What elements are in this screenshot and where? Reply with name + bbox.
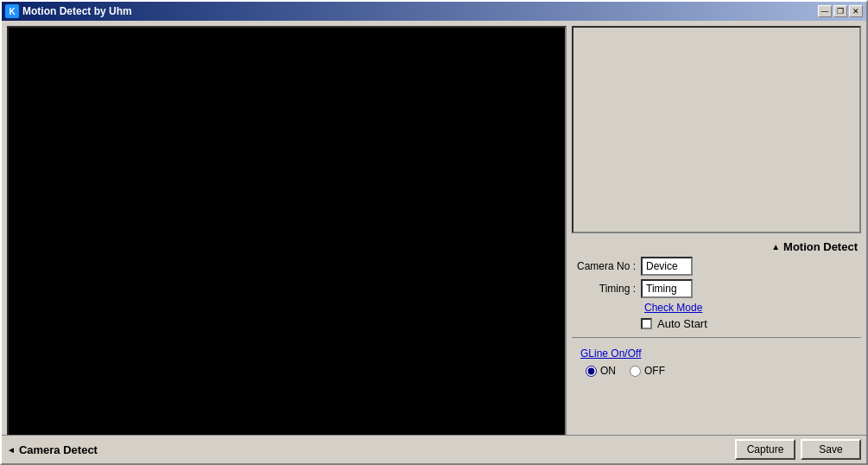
camera-no-label: Camera No : bbox=[575, 260, 636, 272]
radio-off-label: OFF bbox=[644, 365, 665, 377]
gline-link[interactable]: GLine On/Off bbox=[572, 347, 641, 360]
bottom-bar: ◄ Camera Detect Capture Save bbox=[2, 435, 866, 463]
window-title: Motion Detect by Uhm bbox=[22, 5, 132, 17]
check-mode-link[interactable]: Check Mode bbox=[641, 302, 702, 314]
close-button[interactable]: ✕ bbox=[849, 5, 863, 17]
right-panel: ▲ Motion Detect Camera No : Timing : Che… bbox=[572, 26, 861, 430]
radio-on-input[interactable] bbox=[586, 366, 597, 377]
radio-row: ON OFF bbox=[572, 365, 861, 377]
window-body: ▲ Motion Detect Camera No : Timing : Che… bbox=[2, 21, 866, 435]
auto-start-label: Auto Start bbox=[657, 317, 707, 330]
capture-button[interactable]: Capture bbox=[735, 439, 795, 460]
gline-divider bbox=[572, 337, 861, 338]
motion-detect-label: Motion Detect bbox=[783, 240, 858, 253]
radio-on-option: ON bbox=[586, 365, 616, 377]
title-bar: K Motion Detect by Uhm — ❐ ✕ bbox=[2, 2, 866, 21]
auto-start-checkbox[interactable] bbox=[641, 318, 652, 329]
radio-on-label: ON bbox=[600, 365, 616, 377]
title-bar-left: K Motion Detect by Uhm bbox=[5, 4, 132, 18]
camera-detect-text: Camera Detect bbox=[19, 443, 98, 456]
motion-detect-triangle-icon: ▲ bbox=[771, 242, 780, 252]
title-bar-controls: — ❐ ✕ bbox=[818, 5, 863, 17]
camera-detect-triangle-icon: ◄ bbox=[7, 445, 16, 455]
app-icon: K bbox=[5, 4, 19, 18]
radio-off-input[interactable] bbox=[630, 366, 641, 377]
restore-button[interactable]: ❐ bbox=[833, 5, 847, 17]
main-video-display bbox=[7, 26, 567, 435]
bottom-buttons: Capture Save bbox=[735, 439, 861, 460]
timing-row: Timing : bbox=[572, 279, 861, 298]
timing-label: Timing : bbox=[575, 283, 636, 295]
motion-detect-header: ▲ Motion Detect bbox=[572, 240, 861, 253]
gline-row: GLine On/Off bbox=[572, 345, 861, 361]
minimize-button[interactable]: — bbox=[818, 5, 832, 17]
timing-input[interactable] bbox=[641, 279, 693, 298]
camera-detect-label: ◄ Camera Detect bbox=[7, 443, 98, 456]
main-window: K Motion Detect by Uhm — ❐ ✕ ▲ Motion De… bbox=[0, 0, 868, 465]
camera-no-row: Camera No : bbox=[572, 257, 861, 276]
preview-display bbox=[572, 26, 861, 233]
save-button[interactable]: Save bbox=[801, 439, 861, 460]
radio-off-option: OFF bbox=[630, 365, 665, 377]
camera-no-input[interactable] bbox=[641, 257, 693, 276]
check-mode-row: Check Mode bbox=[572, 302, 861, 314]
controls-area: ▲ Motion Detect Camera No : Timing : Che… bbox=[572, 237, 861, 430]
auto-start-row: Auto Start bbox=[572, 317, 861, 330]
